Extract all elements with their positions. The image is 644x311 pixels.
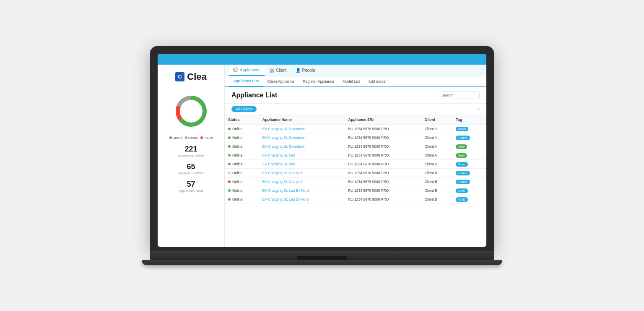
filter-bar: All Clients » xyxy=(225,104,486,115)
subtab-register-appliance[interactable]: Register Appliance xyxy=(299,76,338,87)
legend-offline: Offline xyxy=(185,136,198,140)
tag-badge: Comm xyxy=(456,180,470,184)
sidebar: C Clea xyxy=(158,65,225,247)
appliance-link[interactable]: EV Charging St. Lau Ev Nord xyxy=(262,197,309,201)
cell-tag: Maint xyxy=(452,124,486,133)
tag-badge: COD xyxy=(456,197,468,202)
cell-tag: Oper xyxy=(452,186,486,195)
cell-client: Client B xyxy=(421,177,452,186)
cell-tag: Oper xyxy=(452,159,486,168)
subtab-claim-appliance[interactable]: Claim Appliance xyxy=(263,76,299,87)
cell-client: Client A xyxy=(421,142,452,151)
cell-client: Client A xyxy=(421,124,452,133)
search-input[interactable] xyxy=(438,91,480,99)
table-row: Online EV Charging St. Downtown RU 1234 … xyxy=(225,142,486,151)
laptop-wrapper: C Clea xyxy=(150,46,494,265)
page-title: Appliance List xyxy=(231,91,277,99)
tag-badge: Serv xyxy=(456,153,467,158)
stat-offline-value: 65 xyxy=(178,162,204,171)
appliance-table: Status Appliance Name Appliance S/N Clie… xyxy=(225,115,486,204)
col-status: Status xyxy=(225,115,259,125)
subtab-add-model[interactable]: Add model xyxy=(364,76,390,87)
status-label: Online xyxy=(232,162,243,166)
stat-online-label: appliances online xyxy=(178,154,204,157)
people-icon: 👤 xyxy=(296,68,301,73)
status-label: Online xyxy=(232,144,243,149)
cell-name: EV Charging St. Lau Ev Nord xyxy=(259,186,345,195)
cell-status: Online xyxy=(225,142,259,151)
cell-status: Online xyxy=(225,133,259,142)
stat-faults-value: 57 xyxy=(179,180,204,189)
cell-client: Client A xyxy=(421,159,452,168)
appliance-link[interactable]: EV Charging St. Downtown xyxy=(262,136,306,140)
appliance-link[interactable]: EV Charging St. Car park xyxy=(262,180,303,184)
appliance-table-container: Status Appliance Name Appliance S/N Clie… xyxy=(225,115,486,247)
appliance-link[interactable]: EV Charging St. Downtown xyxy=(262,127,306,131)
tab-client[interactable]: 🏢 Client xyxy=(265,65,291,76)
stat-offline-label: appliances offline xyxy=(178,171,204,175)
cell-client: Client B xyxy=(421,168,452,177)
cell-sn: RU 1234 5678 9000 PRO xyxy=(345,177,421,186)
subtab-appliance-list[interactable]: Appliance List xyxy=(229,76,263,87)
cell-name: EV Charging St. Lau Ev Nord xyxy=(259,195,345,204)
status-dot xyxy=(228,145,231,148)
tag-badge: Oper xyxy=(456,162,468,167)
table-row: Online EV Charging St. Downtown RU 1234 … xyxy=(225,133,486,142)
laptop-screen: C Clea xyxy=(158,54,486,247)
status-dot xyxy=(228,163,231,165)
cell-sn: RU 1234 5678 9000 PRO xyxy=(345,168,421,177)
cell-tag: Comm xyxy=(452,168,486,177)
donut-chart xyxy=(172,92,210,130)
status-dot xyxy=(228,198,231,201)
sub-nav: Appliance List Claim Appliance Register … xyxy=(225,76,486,87)
laptop-notch xyxy=(297,256,347,260)
cell-status: Online xyxy=(225,177,259,186)
laptop-base xyxy=(150,251,494,260)
cell-name: EV Charging St. Car park xyxy=(259,177,345,186)
cell-client: Client B xyxy=(421,186,452,195)
tag-badge: Serv xyxy=(456,144,467,149)
tab-people[interactable]: 👤 People xyxy=(291,65,320,76)
col-appliance-name: Appliance Name xyxy=(259,115,345,125)
status-dot xyxy=(228,154,231,157)
tab-people-label: People xyxy=(302,68,315,73)
tab-client-label: Client xyxy=(276,68,287,73)
cell-name: EV Charging St. Mall xyxy=(259,151,345,159)
cell-status: Online xyxy=(225,159,259,168)
cell-name: EV Charging St. Downtown xyxy=(259,124,345,133)
cell-status: Online xyxy=(225,186,259,195)
all-clients-filter[interactable]: All Clients xyxy=(231,106,257,112)
appliance-link[interactable]: EV Charging St. Mall xyxy=(262,162,296,166)
appliance-link[interactable]: EV Charging St. Mall xyxy=(262,153,296,157)
status-label: Online xyxy=(232,127,243,131)
cell-status: Online xyxy=(225,151,259,159)
status-label: Online xyxy=(232,171,243,175)
col-client: Client xyxy=(421,115,452,125)
logo-icon: C xyxy=(175,72,184,81)
appliance-link[interactable]: EV Charging St. Lau Ev Nord xyxy=(262,188,309,193)
appliance-link[interactable]: EV Charging St. Downtown xyxy=(262,144,306,149)
tag-badge: Maint xyxy=(456,127,468,131)
cell-tag: Serv xyxy=(452,142,486,151)
page-header: Appliance List xyxy=(225,87,486,104)
logo-area: C Clea xyxy=(175,71,206,82)
cell-client: Client B xyxy=(421,195,452,204)
subtab-model-list[interactable]: Model List xyxy=(338,76,364,87)
stat-faults-label: appliances faults xyxy=(179,189,204,193)
table-row: Online EV Charging St. Downtown RU 1234 … xyxy=(225,124,486,133)
legend-faults: Faults xyxy=(200,136,213,140)
status-dot xyxy=(228,128,231,130)
tab-appliances[interactable]: 💬 Appliances xyxy=(229,65,265,76)
appliance-link[interactable]: EV Charging St. Car park xyxy=(262,171,303,175)
cell-sn: RU 1234 5678 9000 PRO xyxy=(345,159,421,168)
cell-tag: Comm xyxy=(452,133,486,142)
main-content: 💬 Appliances 🏢 Client 👤 People xyxy=(225,65,486,247)
col-tag: Tag xyxy=(452,115,486,125)
table-row: Online EV Charging St. Car park RU 1234 … xyxy=(225,168,486,177)
legend-offline-label: Offline xyxy=(188,136,198,140)
faults-dot xyxy=(200,136,203,139)
table-row: Online EV Charging St. Car park RU 1234 … xyxy=(225,177,486,186)
table-row: Online EV Charging St. Lau Ev Nord RU 12… xyxy=(225,195,486,204)
cell-sn: RU 1234 5678 9000 PRO xyxy=(345,186,421,195)
status-label: Online xyxy=(232,188,243,193)
